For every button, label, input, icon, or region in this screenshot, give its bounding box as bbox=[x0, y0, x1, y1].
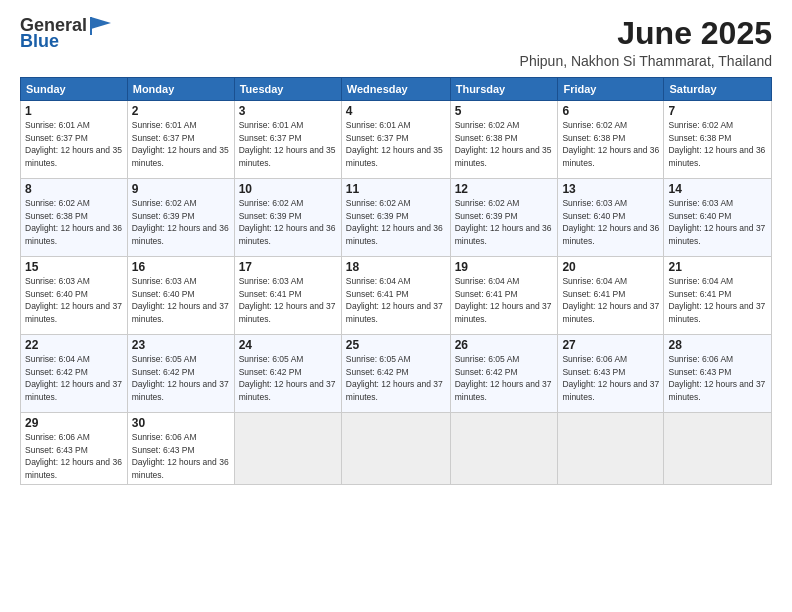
day-info: Sunrise: 6:06 AMSunset: 6:43 PMDaylight:… bbox=[25, 432, 122, 479]
day-number: 28 bbox=[668, 338, 767, 352]
day-info: Sunrise: 6:02 AMSunset: 6:38 PMDaylight:… bbox=[668, 120, 765, 167]
title-area: June 2025 Phipun, Nakhon Si Thammarat, T… bbox=[520, 16, 772, 69]
col-monday: Monday bbox=[127, 78, 234, 101]
day-number: 1 bbox=[25, 104, 123, 118]
table-row: 10 Sunrise: 6:02 AMSunset: 6:39 PMDaylig… bbox=[234, 179, 341, 257]
table-row bbox=[558, 413, 664, 485]
day-info: Sunrise: 6:05 AMSunset: 6:42 PMDaylight:… bbox=[346, 354, 443, 401]
day-info: Sunrise: 6:04 AMSunset: 6:41 PMDaylight:… bbox=[346, 276, 443, 323]
table-row: 16 Sunrise: 6:03 AMSunset: 6:40 PMDaylig… bbox=[127, 257, 234, 335]
svg-marker-0 bbox=[91, 17, 111, 29]
day-number: 26 bbox=[455, 338, 554, 352]
table-row: 27 Sunrise: 6:06 AMSunset: 6:43 PMDaylig… bbox=[558, 335, 664, 413]
day-number: 10 bbox=[239, 182, 337, 196]
logo: General Blue bbox=[20, 16, 113, 52]
day-info: Sunrise: 6:01 AMSunset: 6:37 PMDaylight:… bbox=[239, 120, 336, 167]
col-wednesday: Wednesday bbox=[341, 78, 450, 101]
table-row: 29 Sunrise: 6:06 AMSunset: 6:43 PMDaylig… bbox=[21, 413, 128, 485]
logo-flag-icon bbox=[89, 15, 113, 35]
day-number: 20 bbox=[562, 260, 659, 274]
header-row: Sunday Monday Tuesday Wednesday Thursday… bbox=[21, 78, 772, 101]
table-row: 22 Sunrise: 6:04 AMSunset: 6:42 PMDaylig… bbox=[21, 335, 128, 413]
day-number: 13 bbox=[562, 182, 659, 196]
day-number: 12 bbox=[455, 182, 554, 196]
table-row: 18 Sunrise: 6:04 AMSunset: 6:41 PMDaylig… bbox=[341, 257, 450, 335]
month-title: June 2025 bbox=[520, 16, 772, 51]
day-number: 19 bbox=[455, 260, 554, 274]
day-number: 4 bbox=[346, 104, 446, 118]
day-info: Sunrise: 6:02 AMSunset: 6:38 PMDaylight:… bbox=[562, 120, 659, 167]
day-number: 9 bbox=[132, 182, 230, 196]
day-info: Sunrise: 6:04 AMSunset: 6:41 PMDaylight:… bbox=[562, 276, 659, 323]
table-row: 13 Sunrise: 6:03 AMSunset: 6:40 PMDaylig… bbox=[558, 179, 664, 257]
day-info: Sunrise: 6:03 AMSunset: 6:40 PMDaylight:… bbox=[25, 276, 122, 323]
day-info: Sunrise: 6:05 AMSunset: 6:42 PMDaylight:… bbox=[239, 354, 336, 401]
table-row: 21 Sunrise: 6:04 AMSunset: 6:41 PMDaylig… bbox=[664, 257, 772, 335]
day-info: Sunrise: 6:02 AMSunset: 6:39 PMDaylight:… bbox=[346, 198, 443, 245]
table-row: 9 Sunrise: 6:02 AMSunset: 6:39 PMDayligh… bbox=[127, 179, 234, 257]
day-info: Sunrise: 6:03 AMSunset: 6:40 PMDaylight:… bbox=[562, 198, 659, 245]
day-number: 27 bbox=[562, 338, 659, 352]
day-number: 16 bbox=[132, 260, 230, 274]
table-row: 20 Sunrise: 6:04 AMSunset: 6:41 PMDaylig… bbox=[558, 257, 664, 335]
day-number: 11 bbox=[346, 182, 446, 196]
day-number: 24 bbox=[239, 338, 337, 352]
day-info: Sunrise: 6:06 AMSunset: 6:43 PMDaylight:… bbox=[132, 432, 229, 479]
table-row bbox=[450, 413, 558, 485]
table-row: 26 Sunrise: 6:05 AMSunset: 6:42 PMDaylig… bbox=[450, 335, 558, 413]
day-info: Sunrise: 6:01 AMSunset: 6:37 PMDaylight:… bbox=[25, 120, 122, 167]
day-number: 15 bbox=[25, 260, 123, 274]
day-number: 30 bbox=[132, 416, 230, 430]
table-row: 3 Sunrise: 6:01 AMSunset: 6:37 PMDayligh… bbox=[234, 101, 341, 179]
table-row: 30 Sunrise: 6:06 AMSunset: 6:43 PMDaylig… bbox=[127, 413, 234, 485]
day-number: 18 bbox=[346, 260, 446, 274]
calendar-table: Sunday Monday Tuesday Wednesday Thursday… bbox=[20, 77, 772, 485]
page: General Blue June 2025 Phipun, Nakhon Si… bbox=[0, 0, 792, 612]
location-title: Phipun, Nakhon Si Thammarat, Thailand bbox=[520, 53, 772, 69]
day-info: Sunrise: 6:02 AMSunset: 6:39 PMDaylight:… bbox=[455, 198, 552, 245]
day-info: Sunrise: 6:02 AMSunset: 6:39 PMDaylight:… bbox=[239, 198, 336, 245]
table-row: 15 Sunrise: 6:03 AMSunset: 6:40 PMDaylig… bbox=[21, 257, 128, 335]
day-info: Sunrise: 6:02 AMSunset: 6:39 PMDaylight:… bbox=[132, 198, 229, 245]
col-sunday: Sunday bbox=[21, 78, 128, 101]
day-number: 14 bbox=[668, 182, 767, 196]
day-info: Sunrise: 6:03 AMSunset: 6:40 PMDaylight:… bbox=[132, 276, 229, 323]
day-number: 17 bbox=[239, 260, 337, 274]
table-row: 5 Sunrise: 6:02 AMSunset: 6:38 PMDayligh… bbox=[450, 101, 558, 179]
day-number: 8 bbox=[25, 182, 123, 196]
table-row: 2 Sunrise: 6:01 AMSunset: 6:37 PMDayligh… bbox=[127, 101, 234, 179]
day-info: Sunrise: 6:03 AMSunset: 6:41 PMDaylight:… bbox=[239, 276, 336, 323]
table-row: 6 Sunrise: 6:02 AMSunset: 6:38 PMDayligh… bbox=[558, 101, 664, 179]
day-number: 29 bbox=[25, 416, 123, 430]
day-info: Sunrise: 6:03 AMSunset: 6:40 PMDaylight:… bbox=[668, 198, 765, 245]
day-info: Sunrise: 6:02 AMSunset: 6:38 PMDaylight:… bbox=[455, 120, 552, 167]
table-row: 7 Sunrise: 6:02 AMSunset: 6:38 PMDayligh… bbox=[664, 101, 772, 179]
table-row: 24 Sunrise: 6:05 AMSunset: 6:42 PMDaylig… bbox=[234, 335, 341, 413]
day-info: Sunrise: 6:05 AMSunset: 6:42 PMDaylight:… bbox=[132, 354, 229, 401]
day-number: 2 bbox=[132, 104, 230, 118]
table-row: 14 Sunrise: 6:03 AMSunset: 6:40 PMDaylig… bbox=[664, 179, 772, 257]
day-number: 23 bbox=[132, 338, 230, 352]
day-number: 25 bbox=[346, 338, 446, 352]
col-tuesday: Tuesday bbox=[234, 78, 341, 101]
day-number: 7 bbox=[668, 104, 767, 118]
table-row bbox=[664, 413, 772, 485]
day-info: Sunrise: 6:04 AMSunset: 6:41 PMDaylight:… bbox=[455, 276, 552, 323]
table-row: 4 Sunrise: 6:01 AMSunset: 6:37 PMDayligh… bbox=[341, 101, 450, 179]
table-row: 25 Sunrise: 6:05 AMSunset: 6:42 PMDaylig… bbox=[341, 335, 450, 413]
day-info: Sunrise: 6:02 AMSunset: 6:38 PMDaylight:… bbox=[25, 198, 122, 245]
table-row: 19 Sunrise: 6:04 AMSunset: 6:41 PMDaylig… bbox=[450, 257, 558, 335]
day-info: Sunrise: 6:04 AMSunset: 6:42 PMDaylight:… bbox=[25, 354, 122, 401]
day-info: Sunrise: 6:06 AMSunset: 6:43 PMDaylight:… bbox=[668, 354, 765, 401]
table-row: 28 Sunrise: 6:06 AMSunset: 6:43 PMDaylig… bbox=[664, 335, 772, 413]
day-info: Sunrise: 6:04 AMSunset: 6:41 PMDaylight:… bbox=[668, 276, 765, 323]
table-row bbox=[341, 413, 450, 485]
col-saturday: Saturday bbox=[664, 78, 772, 101]
table-row: 11 Sunrise: 6:02 AMSunset: 6:39 PMDaylig… bbox=[341, 179, 450, 257]
header: General Blue June 2025 Phipun, Nakhon Si… bbox=[20, 16, 772, 69]
day-info: Sunrise: 6:01 AMSunset: 6:37 PMDaylight:… bbox=[346, 120, 443, 167]
day-number: 6 bbox=[562, 104, 659, 118]
col-friday: Friday bbox=[558, 78, 664, 101]
table-row: 23 Sunrise: 6:05 AMSunset: 6:42 PMDaylig… bbox=[127, 335, 234, 413]
table-row: 17 Sunrise: 6:03 AMSunset: 6:41 PMDaylig… bbox=[234, 257, 341, 335]
